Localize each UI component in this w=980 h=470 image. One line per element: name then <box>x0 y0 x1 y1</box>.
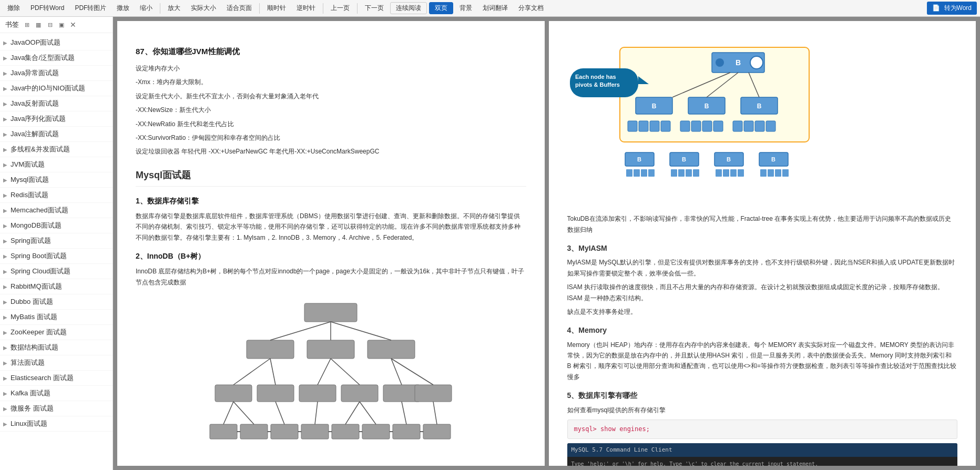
sidebar-item-6[interactable]: ▶Java注解面试题 <box>0 127 113 142</box>
toolbar-rotate-cw[interactable]: 顺时针 <box>263 3 290 14</box>
sidebar-close-button[interactable]: ✕ <box>68 20 78 29</box>
svg-rect-71 <box>766 121 775 131</box>
sidebar-header-icons: ⊞ ▦ ⊟ ▣ ✕ <box>22 20 78 29</box>
svg-rect-86 <box>716 169 722 177</box>
sidebar-item-16[interactable]: ▶RabbitMQ面试题 <box>0 279 113 294</box>
sidebar-item-5[interactable]: ▶Java序列化面试题 <box>0 111 113 127</box>
toolbar-zoom-out-menu[interactable]: 缩小 <box>136 3 157 14</box>
toolbar-pdf-to-word[interactable]: PDF转Word <box>26 3 68 14</box>
toolbar-double-page[interactable]: 双页 <box>429 2 453 14</box>
sidebar-arrow-18: ▶ <box>3 314 7 320</box>
sidebar-item-19[interactable]: ▶ZooKeeper 面试题 <box>0 325 113 340</box>
toolbar-prev-page[interactable]: 上一页 <box>326 3 354 14</box>
section2-text: InnoDB 底层存储结构为B+树，B树的每个节点对应innodb的一个page… <box>136 266 526 288</box>
toolbar-continuous-read[interactable]: 连续阅读 <box>390 2 427 14</box>
svg-line-31 <box>345 402 360 424</box>
sidebar-icon-1[interactable]: ⊞ <box>22 20 32 29</box>
jvm-setting-0: 设定堆内存大小 <box>136 63 526 74</box>
sidebar-item-23[interactable]: ▶Kafka 面试题 <box>0 386 113 401</box>
sidebar-item-21[interactable]: ▶算法面试题 <box>0 355 113 371</box>
svg-rect-65 <box>691 121 701 131</box>
right-page: Each node has pivots & Buffers B B B <box>549 21 976 466</box>
sidebar-arrow-24: ▶ <box>3 406 7 412</box>
main-container: 书签 ⊞ ▦ ⊟ ▣ ✕ ▶JavaOOP面试题▶Java集合/泛型面试题▶Ja… <box>0 17 980 470</box>
svg-line-33 <box>402 402 406 424</box>
sidebar-item-13[interactable]: ▶Spring面试题 <box>0 233 113 249</box>
sidebar-item-25[interactable]: ▶Linux面试题 <box>0 416 113 432</box>
toolbar-zoom-in-menu[interactable]: 撒放 <box>113 3 134 14</box>
svg-rect-89 <box>738 169 744 177</box>
svg-rect-77 <box>648 169 655 177</box>
toolbar-zoom-in[interactable]: 放大 <box>164 3 185 14</box>
section4-text: Memory（也叫 HEAP）地内存：使用存在内存中的内容来创建表。每个 MEM… <box>567 340 958 383</box>
toolbar-next-page[interactable]: 下一页 <box>361 3 388 14</box>
svg-line-18 <box>391 359 433 385</box>
sidebar-arrow-23: ▶ <box>3 391 7 396</box>
svg-rect-76 <box>641 169 647 177</box>
toolbar-actual-size[interactable]: 实际大小 <box>187 3 220 14</box>
convert-word-button[interactable]: 📄 转为Word <box>927 2 977 15</box>
sidebar-arrow-17: ▶ <box>3 299 7 305</box>
sidebar-arrow-10: ▶ <box>3 192 7 198</box>
sidebar-item-15[interactable]: ▶Spring Cloud面试题 <box>0 264 113 279</box>
mysql-section-title: Mysql面试题 <box>136 168 526 187</box>
toolbar-fit-page[interactable]: 适合页面 <box>222 3 256 14</box>
sidebar-item-4[interactable]: ▶Java反射面试题 <box>0 96 113 111</box>
svg-line-15 <box>318 359 331 385</box>
sidebar-icon-4[interactable]: ▣ <box>57 20 66 29</box>
db-screenshot: MySQL 5.7 Command Line Client Type 'help… <box>567 443 958 466</box>
sidebar-item-24[interactable]: ▶微服务 面试题 <box>0 401 113 416</box>
sidebar-item-2[interactable]: ▶Java异常面试题 <box>0 66 113 81</box>
sidebar-item-3[interactable]: ▶Java中的IO与NIO面试题 <box>0 81 113 96</box>
sidebar-item-20[interactable]: ▶数据结构面试题 <box>0 340 113 355</box>
sidebar-arrow-0: ▶ <box>3 40 7 46</box>
svg-rect-7 <box>215 385 252 402</box>
separator-3 <box>323 3 323 14</box>
node-diagram-svg: Each node has pivots & Buffers B B B <box>567 37 820 200</box>
sidebar-item-22[interactable]: ▶Elasticsearch 面试题 <box>0 371 113 386</box>
svg-rect-94 <box>775 169 781 177</box>
sidebar-icon-2[interactable]: ▦ <box>34 20 43 29</box>
svg-line-17 <box>391 359 402 385</box>
sidebar-item-17[interactable]: ▶Dubbo 面试题 <box>0 294 113 310</box>
svg-text:B: B <box>735 58 740 67</box>
svg-text:B: B <box>757 103 761 110</box>
separator-1 <box>160 3 160 14</box>
svg-rect-23 <box>332 424 359 439</box>
sidebar-item-0[interactable]: ▶JavaOOP面试题 <box>0 35 113 50</box>
sidebar-item-18[interactable]: ▶MyBatis 面试题 <box>0 310 113 325</box>
svg-line-14 <box>270 359 275 385</box>
svg-rect-0 <box>304 303 357 322</box>
svg-rect-24 <box>362 424 390 439</box>
svg-rect-10 <box>341 385 378 402</box>
toolbar-rotate-ccw[interactable]: 逆时针 <box>292 3 320 14</box>
sidebar-icon-3[interactable]: ⊟ <box>45 20 55 29</box>
svg-line-29 <box>275 402 284 424</box>
svg-line-13 <box>233 359 270 385</box>
svg-rect-22 <box>301 424 329 439</box>
sidebar-item-12[interactable]: ▶MongoDB面试题 <box>0 218 113 233</box>
separator-2 <box>259 3 260 14</box>
toolbar-word-translate[interactable]: 划词翻译 <box>478 3 512 14</box>
sidebar-item-9[interactable]: ▶Mysql面试题 <box>0 172 113 188</box>
sidebar-item-11[interactable]: ▶Memcached面试题 <box>0 203 113 218</box>
db-screenshot-hint: Type 'help;' or '\h' for help. Type '\c'… <box>571 460 954 466</box>
svg-rect-66 <box>702 121 712 131</box>
toolbar-background[interactable]: 背景 <box>455 3 476 14</box>
toolbar-pdf-to-image[interactable]: PDF转图片 <box>70 3 110 14</box>
section3-text2: ISAM 执行读取操作的速度很快，而且不占用大量的内存和存储资源。在设计之初就预… <box>567 282 958 303</box>
page-view[interactable]: 87、你知道哪些JVM性能调优 设定堆内存大小 -Xmx：堆内存最大限制。 设定… <box>113 17 980 470</box>
jvm-setting-3: -XX:NewSize：新生代大小 <box>136 105 526 115</box>
sidebar-item-1[interactable]: ▶Java集合/泛型面试题 <box>0 50 113 66</box>
sidebar-item-7[interactable]: ▶多线程&并发面试题 <box>0 142 113 157</box>
btree-svg <box>205 298 457 456</box>
svg-rect-95 <box>782 169 789 177</box>
toolbar-share-doc[interactable]: 分享文档 <box>514 3 548 14</box>
toolbar-menu-remove[interactable]: 撤除 <box>3 3 24 14</box>
jvm-setting-6: 设定垃圾回收器 年轻代用 -XX:+UseParNewGC 年老代用-XX:+U… <box>136 146 526 157</box>
sidebar-arrow-11: ▶ <box>3 208 7 213</box>
sidebar-item-8[interactable]: ▶JVM面试题 <box>0 157 113 172</box>
sidebar-item-10[interactable]: ▶Redis面试题 <box>0 188 113 203</box>
sidebar-item-14[interactable]: ▶Spring Boot面试题 <box>0 249 113 264</box>
svg-rect-25 <box>393 424 420 439</box>
